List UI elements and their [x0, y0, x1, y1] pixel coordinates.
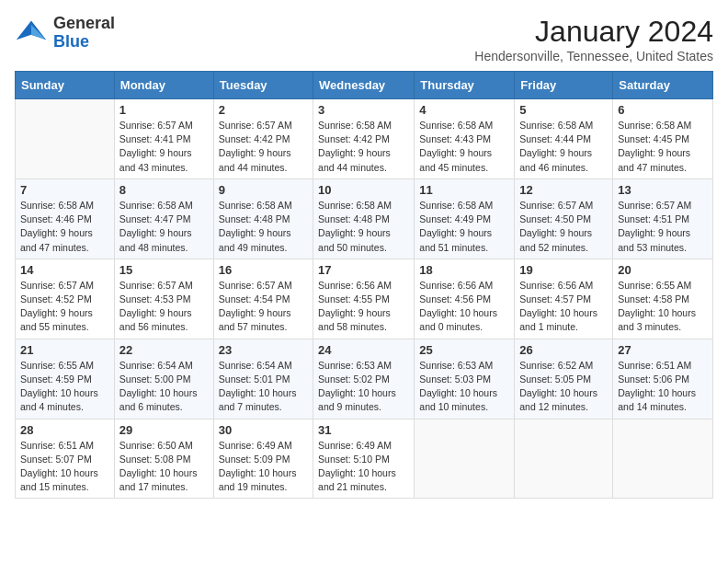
table-row: 21Sunrise: 6:55 AM Sunset: 4:59 PM Dayli…	[16, 339, 115, 419]
header-tuesday: Tuesday	[213, 72, 313, 99]
day-number: 7	[20, 183, 109, 197]
table-row	[515, 419, 613, 499]
table-row: 27Sunrise: 6:51 AM Sunset: 5:06 PM Dayli…	[613, 339, 713, 419]
day-info: Sunrise: 6:58 AM Sunset: 4:46 PM Dayligh…	[20, 199, 109, 255]
day-info: Sunrise: 6:51 AM Sunset: 5:06 PM Dayligh…	[618, 359, 708, 415]
table-row	[415, 419, 515, 499]
day-number: 6	[618, 103, 708, 117]
day-number: 24	[318, 343, 409, 357]
day-info: Sunrise: 6:50 AM Sunset: 5:08 PM Dayligh…	[119, 439, 209, 495]
table-row	[613, 419, 713, 499]
table-row: 26Sunrise: 6:52 AM Sunset: 5:05 PM Dayli…	[515, 339, 613, 419]
table-row	[16, 99, 115, 179]
day-number: 9	[219, 183, 308, 197]
day-number: 21	[20, 343, 109, 357]
header-saturday: Saturday	[613, 72, 713, 99]
day-info: Sunrise: 6:58 AM Sunset: 4:48 PM Dayligh…	[219, 199, 308, 255]
table-row: 20Sunrise: 6:55 AM Sunset: 4:58 PM Dayli…	[613, 259, 713, 339]
table-row: 11Sunrise: 6:58 AM Sunset: 4:49 PM Dayli…	[415, 178, 515, 259]
day-info: Sunrise: 6:53 AM Sunset: 5:02 PM Dayligh…	[318, 359, 409, 415]
day-info: Sunrise: 6:49 AM Sunset: 5:09 PM Dayligh…	[219, 439, 308, 495]
header-sunday: Sunday	[16, 72, 115, 99]
day-info: Sunrise: 6:52 AM Sunset: 5:05 PM Dayligh…	[519, 359, 608, 415]
calendar-body: 1Sunrise: 6:57 AM Sunset: 4:41 PM Daylig…	[16, 99, 713, 499]
header-monday: Monday	[114, 72, 213, 99]
calendar-table: Sunday Monday Tuesday Wednesday Thursday…	[15, 71, 713, 499]
day-number: 29	[119, 423, 209, 437]
table-row: 8Sunrise: 6:58 AM Sunset: 4:47 PM Daylig…	[114, 178, 213, 259]
table-row: 24Sunrise: 6:53 AM Sunset: 5:02 PM Dayli…	[313, 339, 415, 419]
table-row: 18Sunrise: 6:56 AM Sunset: 4:56 PM Dayli…	[415, 259, 515, 339]
table-row: 30Sunrise: 6:49 AM Sunset: 5:09 PM Dayli…	[213, 419, 313, 499]
day-number: 1	[119, 103, 209, 117]
day-info: Sunrise: 6:53 AM Sunset: 5:03 PM Dayligh…	[419, 359, 509, 415]
table-row: 13Sunrise: 6:57 AM Sunset: 4:51 PM Dayli…	[613, 178, 713, 259]
day-number: 17	[318, 263, 409, 277]
day-number: 13	[618, 183, 708, 197]
day-number: 3	[318, 103, 409, 117]
table-row: 15Sunrise: 6:57 AM Sunset: 4:53 PM Dayli…	[114, 259, 213, 339]
logo-text: General Blue	[53, 15, 115, 52]
day-info: Sunrise: 6:57 AM Sunset: 4:42 PM Dayligh…	[219, 119, 308, 175]
table-row: 7Sunrise: 6:58 AM Sunset: 4:46 PM Daylig…	[16, 178, 115, 259]
day-info: Sunrise: 6:54 AM Sunset: 5:01 PM Dayligh…	[219, 359, 308, 415]
day-info: Sunrise: 6:54 AM Sunset: 5:00 PM Dayligh…	[119, 359, 209, 415]
table-row: 22Sunrise: 6:54 AM Sunset: 5:00 PM Dayli…	[114, 339, 213, 419]
day-info: Sunrise: 6:58 AM Sunset: 4:45 PM Dayligh…	[618, 119, 708, 175]
day-number: 14	[20, 263, 109, 277]
table-row: 9Sunrise: 6:58 AM Sunset: 4:48 PM Daylig…	[213, 178, 313, 259]
day-number: 23	[219, 343, 308, 357]
day-info: Sunrise: 6:55 AM Sunset: 4:59 PM Dayligh…	[20, 359, 109, 415]
day-info: Sunrise: 6:58 AM Sunset: 4:43 PM Dayligh…	[419, 119, 509, 175]
page-header: General Blue January 2024 Hendersonville…	[15, 15, 713, 63]
day-number: 16	[219, 263, 308, 277]
title-block: January 2024 Hendersonville, Tennessee, …	[474, 15, 713, 63]
day-info: Sunrise: 6:55 AM Sunset: 4:58 PM Dayligh…	[618, 279, 708, 335]
day-info: Sunrise: 6:57 AM Sunset: 4:52 PM Dayligh…	[20, 279, 109, 335]
day-number: 18	[419, 263, 509, 277]
table-row: 12Sunrise: 6:57 AM Sunset: 4:50 PM Dayli…	[515, 178, 613, 259]
day-number: 26	[519, 343, 608, 357]
day-info: Sunrise: 6:51 AM Sunset: 5:07 PM Dayligh…	[20, 439, 109, 495]
day-number: 22	[119, 343, 209, 357]
day-info: Sunrise: 6:56 AM Sunset: 4:55 PM Dayligh…	[318, 279, 409, 335]
svg-marker-1	[31, 25, 46, 40]
day-number: 28	[20, 423, 109, 437]
day-info: Sunrise: 6:57 AM Sunset: 4:54 PM Dayligh…	[219, 279, 308, 335]
day-number: 8	[119, 183, 209, 197]
day-number: 10	[318, 183, 409, 197]
table-row: 16Sunrise: 6:57 AM Sunset: 4:54 PM Dayli…	[213, 259, 313, 339]
location-subtitle: Hendersonville, Tennessee, United States	[474, 49, 713, 63]
table-row: 10Sunrise: 6:58 AM Sunset: 4:48 PM Dayli…	[313, 178, 415, 259]
day-number: 11	[419, 183, 509, 197]
day-info: Sunrise: 6:58 AM Sunset: 4:44 PM Dayligh…	[519, 119, 608, 175]
day-number: 4	[419, 103, 509, 117]
table-row: 2Sunrise: 6:57 AM Sunset: 4:42 PM Daylig…	[213, 99, 313, 179]
table-row: 23Sunrise: 6:54 AM Sunset: 5:01 PM Dayli…	[213, 339, 313, 419]
day-number: 20	[618, 263, 708, 277]
day-number: 15	[119, 263, 209, 277]
table-row: 19Sunrise: 6:56 AM Sunset: 4:57 PM Dayli…	[515, 259, 613, 339]
day-info: Sunrise: 6:57 AM Sunset: 4:41 PM Dayligh…	[119, 119, 209, 175]
day-number: 12	[519, 183, 608, 197]
table-row: 25Sunrise: 6:53 AM Sunset: 5:03 PM Dayli…	[415, 339, 515, 419]
table-row: 31Sunrise: 6:49 AM Sunset: 5:10 PM Dayli…	[313, 419, 415, 499]
day-number: 5	[519, 103, 608, 117]
day-info: Sunrise: 6:57 AM Sunset: 4:53 PM Dayligh…	[119, 279, 209, 335]
day-info: Sunrise: 6:58 AM Sunset: 4:47 PM Dayligh…	[119, 199, 209, 255]
day-info: Sunrise: 6:58 AM Sunset: 4:49 PM Dayligh…	[419, 199, 509, 255]
logo: General Blue	[15, 15, 115, 52]
table-row: 3Sunrise: 6:58 AM Sunset: 4:42 PM Daylig…	[313, 99, 415, 179]
day-number: 27	[618, 343, 708, 357]
calendar-header: Sunday Monday Tuesday Wednesday Thursday…	[16, 72, 713, 99]
day-info: Sunrise: 6:58 AM Sunset: 4:42 PM Dayligh…	[318, 119, 409, 175]
day-info: Sunrise: 6:56 AM Sunset: 4:57 PM Dayligh…	[519, 279, 608, 335]
day-number: 2	[219, 103, 308, 117]
day-number: 25	[419, 343, 509, 357]
day-info: Sunrise: 6:58 AM Sunset: 4:48 PM Dayligh…	[318, 199, 409, 255]
table-row: 1Sunrise: 6:57 AM Sunset: 4:41 PM Daylig…	[114, 99, 213, 179]
day-info: Sunrise: 6:56 AM Sunset: 4:56 PM Dayligh…	[419, 279, 509, 335]
table-row: 29Sunrise: 6:50 AM Sunset: 5:08 PM Dayli…	[114, 419, 213, 499]
table-row: 6Sunrise: 6:58 AM Sunset: 4:45 PM Daylig…	[613, 99, 713, 179]
header-thursday: Thursday	[415, 72, 515, 99]
